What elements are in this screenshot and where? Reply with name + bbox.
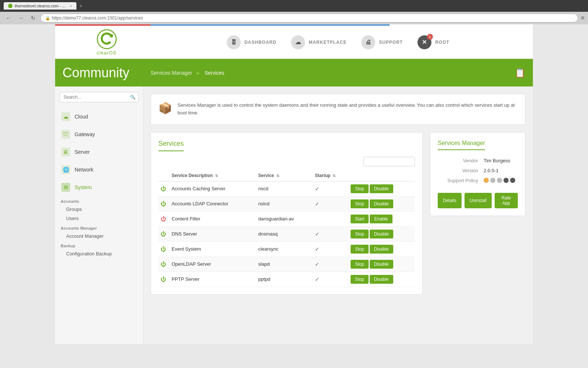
green-bar: Community Services Manager ► Services 📋 <box>55 59 533 86</box>
info-row-vendor: Vendor Tim Burgess <box>438 156 518 166</box>
sidebar-sub-groups[interactable]: Groups <box>55 205 143 214</box>
sidebar-sub-config-backup[interactable]: Configuration Backup <box>55 249 143 258</box>
panels-row: Services Service Description ⇅ <box>151 132 526 295</box>
disable-button[interactable]: Disable <box>370 184 393 193</box>
search-box: 🔍 <box>60 92 139 102</box>
service-startup: ✓ <box>313 272 348 287</box>
support-dot-5 <box>510 178 515 183</box>
service-description: Content Filter <box>169 211 256 226</box>
disable-button[interactable]: Disable <box>370 245 393 254</box>
sidebar-item-network[interactable]: 🌐 Network <box>55 161 143 178</box>
browser-tab[interactable]: themedevel.clearos.com - ... × <box>4 2 76 10</box>
browser-menu-button[interactable]: ≡ <box>581 15 584 21</box>
breadcrumb: Services Manager ► Services <box>151 70 224 76</box>
search-input[interactable] <box>60 92 139 102</box>
service-name: slapd <box>256 256 313 272</box>
root-badge: 1 <box>427 34 433 40</box>
browser-chrome: themedevel.clearos.com - ... × + <box>0 0 588 12</box>
service-description: Accounts LDAP Connector <box>169 196 256 211</box>
service-name: pptpd <box>256 272 313 287</box>
panel-actions: Details Uninstall Rate App <box>438 193 518 208</box>
service-startup: ✓ <box>313 196 348 211</box>
top-nav-items: 🎛 DASHBOARD ☁ MARKETPLACE 🖨 SUPPORT ✕ 1 … <box>151 35 526 49</box>
rate-app-button[interactable]: Rate App <box>495 193 518 208</box>
svg-text:🛡: 🛡 <box>63 131 68 137</box>
disable-button[interactable]: Disable <box>370 199 393 208</box>
nav-item-marketplace[interactable]: ☁ MARKETPLACE <box>291 35 347 49</box>
reload-button[interactable]: ↻ <box>29 14 37 22</box>
stop-button[interactable]: Stop <box>351 260 369 269</box>
server-icon: 🖥 <box>61 147 71 157</box>
address-bar[interactable]: 🔒 https://demo77.clearos.com:1501/app/se… <box>40 14 578 22</box>
tab-close[interactable]: × <box>70 4 72 8</box>
sidebar-item-cloud[interactable]: ☁ Cloud <box>55 108 143 125</box>
enable-button[interactable]: Enable <box>370 215 392 223</box>
uninstall-button[interactable]: Uninstall <box>465 193 492 208</box>
service-status-icon: ⏻ <box>161 201 166 207</box>
nav-item-dashboard[interactable]: 🎛 DASHBOARD <box>227 35 276 49</box>
col-startup[interactable]: Startup ⇅ <box>313 170 348 181</box>
start-button[interactable]: Start <box>351 215 369 223</box>
startup-check: ✓ <box>315 186 319 192</box>
info-box-text: Services Manager is used to control the … <box>178 102 518 117</box>
disable-button[interactable]: Disable <box>370 260 393 269</box>
stop-button[interactable]: Stop <box>351 245 369 254</box>
sidebar-item-server[interactable]: 🖥 Server <box>55 143 143 161</box>
vendor-value: Tim Burgess <box>484 158 518 163</box>
svg-point-1 <box>110 34 113 37</box>
logo-text: clearOS <box>97 50 116 56</box>
svg-text:⚙: ⚙ <box>64 184 68 190</box>
browser-nav: ← → ↻ 🔒 https://demo77.clearos.com:1501/… <box>0 12 588 24</box>
nav-item-support[interactable]: 🖨 SUPPORT <box>361 35 403 49</box>
col-service[interactable]: Service ⇅ <box>256 170 313 181</box>
sidebar-section-accounts: Accounts <box>55 196 143 205</box>
info-row-support: Support Policy <box>438 176 518 185</box>
breadcrumb-parent[interactable]: Services Manager <box>151 70 192 76</box>
service-startup: ✓ <box>313 181 348 196</box>
disable-button[interactable]: Disable <box>370 275 393 284</box>
tab-title: themedevel.clearos.com - ... <box>15 4 65 8</box>
sidebar-item-gateway-label: Gateway <box>75 131 95 137</box>
service-actions: StopDisable <box>348 256 415 272</box>
stop-button[interactable]: Stop <box>351 199 369 208</box>
sidebar-item-gateway[interactable]: 🛡 Gateway <box>55 125 143 143</box>
forward-button[interactable]: → <box>16 14 26 22</box>
sidebar-sub-users[interactable]: Users <box>55 214 143 223</box>
service-name: dansguardian-av <box>256 211 313 226</box>
marketplace-label: MARKETPLACE <box>309 40 347 45</box>
search-filter <box>158 157 415 166</box>
sidebar-item-system[interactable]: ⚙ System <box>55 178 143 196</box>
table-row: ⏻ Accounts Caching Server nscd ✓ StopDis… <box>158 181 415 196</box>
support-dot-2 <box>490 178 495 183</box>
top-nav: clearOS 🎛 DASHBOARD ☁ MARKETPLACE 🖨 SUPP… <box>55 26 533 59</box>
stop-button[interactable]: Stop <box>351 275 369 284</box>
service-startup: ✓ <box>313 256 348 272</box>
sidebar-sub-account-manager[interactable]: Account Manager <box>55 231 143 241</box>
new-tab-button[interactable]: + <box>79 3 82 9</box>
search-icon[interactable]: 🔍 <box>130 95 136 100</box>
sort-startup-icon: ⇅ <box>333 174 336 178</box>
cloud-icon: ☁ <box>61 112 71 122</box>
support-dot-3 <box>497 178 502 183</box>
service-status-icon: ⏻ <box>161 185 166 192</box>
filter-input[interactable] <box>363 157 415 166</box>
service-name: dnsmasq <box>256 226 313 241</box>
startup-check: ✓ <box>315 261 319 267</box>
service-startup: ✓ <box>313 241 348 256</box>
sidebar-item-server-label: Server <box>75 149 90 155</box>
disable-button[interactable]: Disable <box>370 230 393 238</box>
clearos-logo-icon <box>97 29 117 49</box>
service-description: OpenLDAP Server <box>169 256 256 272</box>
stop-button[interactable]: Stop <box>351 230 369 238</box>
details-button[interactable]: Details <box>438 193 462 208</box>
nav-item-root[interactable]: ✕ 1 ROOT <box>417 35 449 49</box>
book-icon: 📋 <box>514 68 526 78</box>
stop-button[interactable]: Stop <box>351 184 369 193</box>
table-row: ⏻ Accounts LDAP Connector nslcd ✓ StopDi… <box>158 196 415 211</box>
sidebar-item-system-label: System <box>75 184 92 190</box>
back-button[interactable]: ← <box>4 14 13 22</box>
system-icon: ⚙ <box>61 182 71 192</box>
col-description[interactable]: Service Description ⇅ <box>169 170 256 181</box>
app-container: clearOS 🎛 DASHBOARD ☁ MARKETPLACE 🖨 SUPP… <box>55 24 533 344</box>
sort-description-icon: ⇅ <box>215 174 218 178</box>
